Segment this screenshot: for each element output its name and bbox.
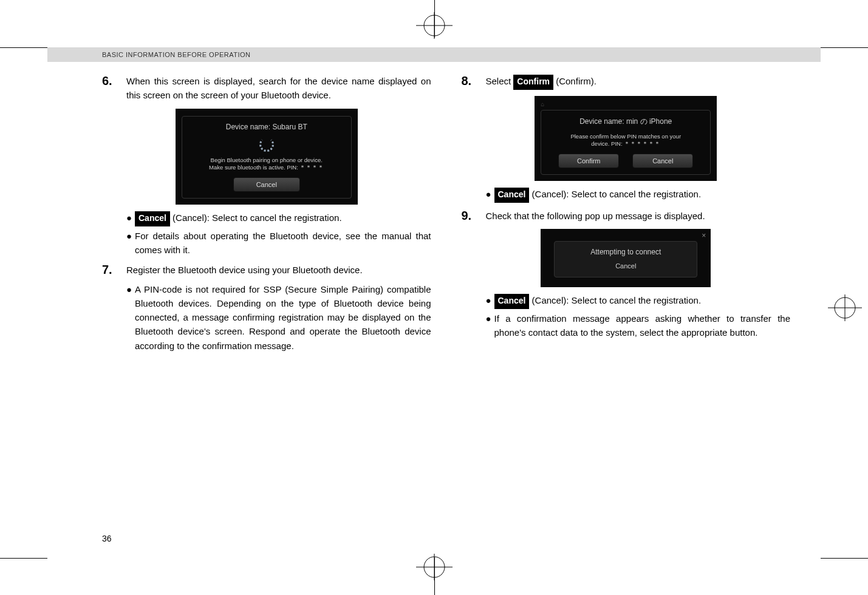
step-number: 6. <box>102 74 126 88</box>
bullet-text: For details about operating the Bluetoot… <box>135 229 431 257</box>
crop-mark <box>0 47 47 48</box>
spinner-icon <box>259 137 274 152</box>
cancel-label-button: Cancel <box>494 294 530 309</box>
registration-mark-icon <box>828 294 862 324</box>
page-number: 36 <box>102 534 112 543</box>
step-text: Check that the following pop up message … <box>486 209 705 223</box>
cancel-button[interactable]: Cancel <box>233 177 300 192</box>
connecting-text: Attempting to connect <box>558 248 693 256</box>
hint-text: Make sure bluetooth is active. PIN: ＊＊＊＊ <box>209 164 324 171</box>
step-number: 7. <box>102 263 126 277</box>
screenshot-pairing: Device name: Subaru BT Begin Bluetooth p… <box>176 109 358 205</box>
cancel-button[interactable]: Cancel <box>558 262 693 270</box>
device-name-text: Device name: min の iPhone <box>546 117 705 127</box>
hint-text: Begin Bluetooth pairing on phone or devi… <box>211 157 323 163</box>
confirm-label-button: Confirm <box>513 75 553 90</box>
bullet-icon: ● <box>486 187 494 203</box>
crop-mark <box>821 47 868 48</box>
hint-text: Please confirm below PIN matches on your <box>570 133 681 140</box>
close-icon[interactable]: × <box>702 231 706 240</box>
bullet-text: (Cancel): Select to cancel the registrat… <box>529 189 701 199</box>
bullet-icon: ● <box>126 229 135 257</box>
crop-mark <box>821 558 868 559</box>
bullet-text: A PIN-code is not required for SSP (Secu… <box>135 282 431 353</box>
step-text: Select <box>486 76 514 86</box>
cancel-label-button: Cancel <box>135 211 170 226</box>
step-number: 8. <box>462 74 486 88</box>
step-text: Register the Bluetooth device using your… <box>126 263 363 277</box>
bullet-text: If a confirmation message appears asking… <box>494 311 791 340</box>
bullet-icon: ● <box>126 211 135 226</box>
cancel-label-button: Cancel <box>494 188 530 203</box>
bullet-icon: ● <box>486 311 494 340</box>
step-number: 9. <box>462 209 486 223</box>
bullet-icon: ● <box>486 293 494 309</box>
confirm-button[interactable]: Confirm <box>558 154 619 168</box>
crop-mark <box>0 558 47 559</box>
screenshot-attempting-connect: × Attempting to connect Cancel <box>541 229 711 287</box>
hint-text: device. PIN: ＊＊＊＊＊＊ <box>591 140 660 147</box>
bullet-text: (Cancel): Select to cancel the registrat… <box>529 295 701 305</box>
step-text: When this screen is displayed, search fo… <box>126 74 431 103</box>
screenshot-confirm-pin: ⌂ Device name: min の iPhone Please confi… <box>535 96 717 182</box>
bullet-icon: ● <box>126 282 135 353</box>
registration-mark-icon <box>416 12 453 39</box>
device-name-text: Device name: Subaru BT <box>187 123 346 131</box>
cancel-button[interactable]: Cancel <box>632 154 693 168</box>
bullet-text: (Cancel): Select to cancel the registrat… <box>170 212 342 223</box>
step-text: (Confirm). <box>553 76 596 86</box>
section-header: BASIC INFORMATION BEFORE OPERATION <box>47 47 821 62</box>
